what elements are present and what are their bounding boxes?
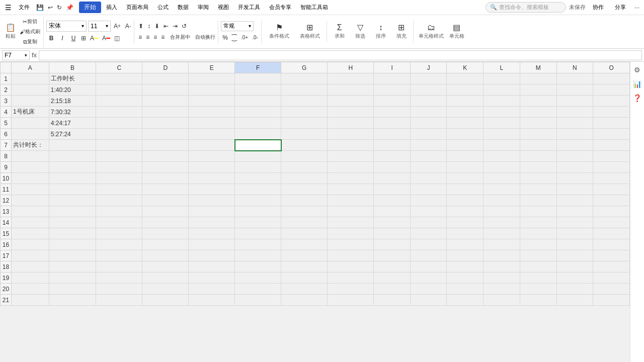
cell-G13[interactable] (281, 206, 328, 217)
cell-G10[interactable] (281, 173, 328, 184)
cell-G5[interactable] (281, 118, 328, 129)
formula-input[interactable] (39, 50, 642, 60)
cell-F5[interactable] (235, 118, 281, 129)
cell-L3[interactable] (484, 96, 520, 107)
cell-I21[interactable] (374, 295, 411, 306)
cell-E2[interactable] (189, 84, 235, 96)
col-header-e[interactable]: E (189, 62, 235, 73)
cell-E5[interactable] (189, 118, 235, 129)
cell-B19[interactable] (49, 273, 96, 284)
cell-A5[interactable] (12, 118, 49, 129)
cell-B21[interactable] (49, 295, 96, 306)
cell-I8[interactable] (374, 151, 411, 162)
cell-D20[interactable] (142, 284, 189, 295)
cell-D16[interactable] (142, 239, 189, 250)
cell-G6[interactable] (281, 129, 328, 140)
cell-B9[interactable] (49, 162, 96, 173)
cell-M19[interactable] (520, 273, 556, 284)
cell-J19[interactable] (410, 273, 447, 284)
cell-B13[interactable] (49, 206, 96, 217)
cell-L20[interactable] (484, 284, 520, 295)
cell-B1[interactable]: 工作时长 (49, 73, 96, 84)
cell-E4[interactable] (189, 107, 235, 118)
cell-G7[interactable] (281, 140, 328, 151)
cell-A11[interactable] (12, 184, 49, 195)
cell-L4[interactable] (484, 107, 520, 118)
cell-M21[interactable] (520, 295, 556, 306)
cell-F18[interactable] (235, 261, 281, 273)
cell-J15[interactable] (410, 228, 447, 239)
cell-A16[interactable] (12, 239, 49, 250)
cell-A1[interactable] (12, 73, 49, 84)
cell-L17[interactable] (484, 250, 520, 261)
cell-O20[interactable] (593, 284, 630, 295)
cell-M8[interactable] (520, 151, 556, 162)
cell-L8[interactable] (484, 151, 520, 162)
cell-K17[interactable] (447, 250, 484, 261)
cell-G11[interactable] (281, 184, 328, 195)
cell-I13[interactable] (374, 206, 411, 217)
ai-tools-menu[interactable]: 智能工具箱 (296, 2, 332, 13)
cell-F4[interactable] (235, 107, 281, 118)
col-header-n[interactable]: N (556, 62, 593, 73)
cell-N8[interactable] (556, 151, 593, 162)
cell-K1[interactable] (447, 73, 484, 84)
cell-I11[interactable] (374, 184, 411, 195)
cell-E8[interactable] (189, 151, 235, 162)
cell-F16[interactable] (235, 239, 281, 250)
cell-H10[interactable] (328, 173, 374, 184)
cell-N5[interactable] (556, 118, 593, 129)
cell-L10[interactable] (484, 173, 520, 184)
cell-F17[interactable] (235, 250, 281, 261)
cell-N17[interactable] (556, 250, 593, 261)
cell-B11[interactable] (49, 184, 96, 195)
decimal-increase-button[interactable]: .0+ (239, 33, 250, 43)
cell-L13[interactable] (484, 206, 520, 217)
cell-L21[interactable] (484, 295, 520, 306)
cell-M16[interactable] (520, 239, 556, 250)
cell-M9[interactable] (520, 162, 556, 173)
cell-N19[interactable] (556, 273, 593, 284)
cell-O9[interactable] (593, 162, 630, 173)
cell-F6[interactable] (235, 129, 281, 140)
cell-L12[interactable] (484, 195, 520, 206)
cell-C12[interactable] (96, 195, 142, 206)
cell-N2[interactable] (556, 84, 593, 96)
cell-F8[interactable] (235, 151, 281, 162)
align-top-button[interactable]: ⬆ (137, 21, 145, 31)
cell-N6[interactable] (556, 129, 593, 140)
cell-C7[interactable] (96, 140, 142, 151)
merge-button[interactable]: 合并居中 (167, 32, 193, 42)
cell-E9[interactable] (189, 162, 235, 173)
paste-button[interactable]: 📋 粘贴 (4, 22, 18, 42)
cell-I19[interactable] (374, 273, 411, 284)
cell-O18[interactable] (593, 261, 630, 273)
cell-L1[interactable] (484, 73, 520, 84)
cell-C11[interactable] (96, 184, 142, 195)
cell-M7[interactable] (520, 140, 556, 151)
cell-D13[interactable] (142, 206, 189, 217)
percent-button[interactable]: % (221, 33, 229, 43)
cell-D5[interactable] (142, 118, 189, 129)
formula-function-icon[interactable]: fx (32, 51, 37, 59)
cell-G4[interactable] (281, 107, 328, 118)
share-button[interactable]: 分享 (611, 2, 630, 13)
cell-O7[interactable] (593, 140, 630, 151)
cell-J7[interactable] (410, 140, 447, 151)
insert-menu[interactable]: 插入 (102, 2, 121, 13)
cell-G3[interactable] (281, 96, 328, 107)
cell-K11[interactable] (447, 184, 484, 195)
cell-L5[interactable] (484, 118, 520, 129)
cell-D6[interactable] (142, 129, 189, 140)
cell-K2[interactable] (447, 84, 484, 96)
cell-K15[interactable] (447, 228, 484, 239)
cell-A10[interactable] (12, 173, 49, 184)
fill-button[interactable]: ⊞ 填充 (391, 22, 412, 42)
cell-M2[interactable] (520, 84, 556, 96)
cell-O19[interactable] (593, 273, 630, 284)
cell-G12[interactable] (281, 195, 328, 206)
cell-G19[interactable] (281, 273, 328, 284)
cell-H1[interactable] (328, 73, 374, 84)
cell-H18[interactable] (328, 261, 374, 273)
cell-K10[interactable] (447, 173, 484, 184)
